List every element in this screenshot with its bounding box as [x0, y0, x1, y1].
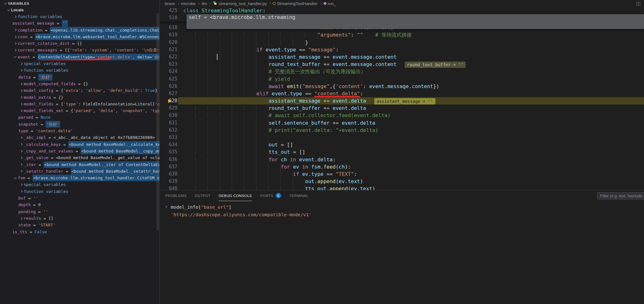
chevron-right-icon[interactable] [18, 63, 24, 65]
code-line[interactable]: 634 out = [] [160, 141, 644, 148]
breadcrumb-item-brave[interactable]: brave [165, 1, 175, 6]
panel-tab-terminal[interactable]: TERMINAL [289, 190, 309, 201]
chevron-right-icon[interactable] [12, 36, 18, 38]
variable-row[interactable]: _copy_and_set_values = <bound method Bas… [0, 148, 159, 154]
breadcrumb-item-streaming-tool-handler-py[interactable]: streaming_tool_handler.py [213, 1, 267, 6]
variable-row[interactable]: assistant_message = '' [0, 20, 159, 27]
variable-row[interactable]: pending = '' [0, 208, 159, 215]
code-line[interactable]: 623 round_text_buffer += event.message.c… [160, 61, 644, 68]
variable-row[interactable]: results = [] [0, 215, 159, 222]
variable-row[interactable]: delta = '你好' [0, 74, 159, 80]
variable-row[interactable]: current_messages = [{'role': 'system', '… [0, 47, 159, 53]
chevron-right-icon[interactable] [18, 110, 24, 112]
variable-row[interactable]: _calculate_keys = <bound method BaseMode… [0, 141, 159, 148]
code-line[interactable]: 626 await emit("message",{'content': eve… [160, 83, 644, 90]
chevron-down-icon[interactable] [12, 56, 18, 58]
variable-row[interactable]: snapshot = '你好' [0, 121, 159, 128]
variable-row[interactable]: special variables [0, 181, 159, 188]
chevron-right-icon[interactable] [12, 49, 18, 51]
variable-row[interactable]: model_config = {'extra': 'allow', 'defer… [0, 87, 159, 94]
layout-grid-icon[interactable] [636, 2, 640, 6]
code-line[interactable]: 425class StreamingToolHandler: [160, 7, 644, 14]
code-line[interactable]: 633 [160, 134, 644, 141]
variable-row[interactable]: special variables [0, 60, 159, 67]
panel-tab-debug-console[interactable]: DEBUG CONSOLE [219, 190, 252, 201]
variable-row[interactable]: is_tts = False [0, 229, 159, 235]
line-number: 631 [160, 119, 177, 127]
code-line[interactable]: 638 if ev.type == "TEXT": [160, 170, 644, 178]
code-line[interactable]: 621 if event.type == "message": [160, 46, 644, 53]
panel-tab-problems[interactable]: PROBLEMS [165, 190, 187, 201]
variable-row[interactable]: function variables [0, 13, 159, 20]
variable-row[interactable]: parsed = None [0, 114, 159, 121]
breadcrumb-item-streamingtoolhandler[interactable]: StreamingToolHandler [273, 1, 318, 6]
variable-row[interactable]: _abc_impl = <_abc._abc_data object at 0x… [0, 134, 159, 141]
code-line[interactable]: 635 tts_out = [] [160, 148, 644, 156]
chevron-right-icon[interactable] [18, 218, 24, 219]
code-line[interactable]: 632 # print("event.delta: "+event.delta) [160, 127, 644, 134]
code-line[interactable]: 619 "arguments": "" # 等待流式拼接 [160, 31, 644, 39]
code-line[interactable]: 637 for ev in fsm.feed(ch): [160, 163, 644, 170]
code-line[interactable]: 639 out.append(ev.text) [160, 178, 644, 185]
code-line[interactable]: 628 assistant_message += event.deltaassi… [160, 97, 644, 104]
chevron-right-icon[interactable] [18, 170, 24, 172]
scope-locals[interactable]: Locals [0, 7, 159, 13]
variable-row[interactable]: fsm = <brave.microbe.llm.streaming_tool_… [0, 175, 159, 181]
variable-row[interactable]: model_computed_fields = {} [0, 80, 159, 87]
variable-row[interactable]: buf = '' [0, 195, 159, 201]
code-line[interactable]: 631 self.sentence_buffer += event.delta [160, 119, 644, 127]
variable-row[interactable]: conn = <brave.microbe.llm.websocket_tool… [0, 33, 159, 40]
variable-row[interactable]: _iter = <bound method BaseModel._iter of… [0, 161, 159, 168]
variable-value: <_abc._abc_data object at 0x7fb898236980… [53, 134, 155, 141]
chevron-right-icon[interactable] [18, 143, 24, 145]
chevron-right-icon[interactable] [18, 83, 24, 85]
chevron-right-icon[interactable] [12, 29, 18, 31]
chevron-right-icon[interactable] [18, 190, 24, 192]
panel-tab-ports[interactable]: PORTS6 [260, 190, 281, 201]
variable-row[interactable]: model_fields = {'type': FieldInfo(annota… [0, 101, 159, 107]
code-line[interactable]: 625 # yield [160, 75, 644, 83]
variable-row[interactable]: depth = 0 [0, 201, 159, 208]
breadcrumb-separator-icon [198, 2, 200, 4]
chevron-right-icon[interactable] [18, 69, 24, 71]
chevron-right-icon[interactable] [18, 96, 24, 98]
chevron-right-icon[interactable] [12, 16, 18, 18]
variable-row[interactable]: model_extra = {} [0, 94, 159, 101]
variable-row[interactable]: function variables [0, 67, 159, 74]
variable-row[interactable]: event = ContentDeltaEvent(type='content.… [0, 54, 159, 60]
chevron-right-icon[interactable] [18, 90, 24, 92]
breadcrumb-item-microbe[interactable]: microbe [181, 1, 196, 6]
code-line[interactable]: 620 } [160, 39, 644, 46]
breadcrumb-item-run-[interactable]: run_ [324, 1, 336, 6]
variable-row[interactable]: model_fields_set = {'parsed', 'delta', '… [0, 107, 159, 114]
chevron-right-icon[interactable] [18, 157, 24, 159]
chevron-down-icon[interactable] [12, 177, 18, 179]
variable-row[interactable]: function variables [0, 188, 159, 195]
chevron-right-icon[interactable] [18, 137, 24, 139]
panel-tab-output[interactable]: OUTPUT [195, 190, 211, 201]
console-filter-input[interactable] [597, 192, 644, 200]
chevron-right-icon[interactable] [18, 103, 24, 105]
code-line[interactable]: 629 round_text_buffer += event.delta [160, 104, 644, 112]
code-line[interactable]: 627 elif event.type == "content.delta": [160, 90, 644, 97]
chevron-right-icon[interactable] [18, 184, 24, 186]
variable-row[interactable]: _get_value = <bound method BaseModel._ge… [0, 154, 159, 161]
code-line[interactable]: 636 for ch in event.delta: [160, 156, 644, 163]
breadcrumb-item-llm[interactable]: llm [202, 1, 207, 6]
code-line[interactable]: 630 # await self.collector.feed(event.de… [160, 112, 644, 119]
sidebar-scrollbar[interactable] [156, 13, 159, 231]
variable-row[interactable]: completion = <openai.lib.streaming.chat.… [0, 27, 159, 33]
variable-row[interactable]: type = 'content.delta' [0, 128, 159, 134]
variable-row[interactable]: state = 'START' [0, 222, 159, 228]
variable-row[interactable]: _setattr_handler = <bound method BaseMod… [0, 168, 159, 175]
variables-panel-header[interactable]: VARIABLES [0, 0, 159, 7]
code-editor[interactable]: 617 "id": tc.id,618 "name": tc.function.… [160, 7, 644, 190]
code-line[interactable]: 624 # 完整消息一次性输出（可改为逐段输出） [160, 68, 644, 75]
chevron-right-icon[interactable] [18, 164, 24, 165]
code-line[interactable]: 622 assistant_message += event.message.c… [160, 53, 644, 61]
code-line[interactable]: 640 tts_out.append(ev.text) [160, 185, 644, 190]
chevron-right-icon[interactable] [18, 150, 24, 152]
code-line[interactable]: 510 async def run_(self, req:ChatRequest… [160, 14, 644, 21]
chevron-right-icon[interactable] [12, 43, 18, 45]
variable-row[interactable]: current_citation_dict = {} [0, 40, 159, 47]
